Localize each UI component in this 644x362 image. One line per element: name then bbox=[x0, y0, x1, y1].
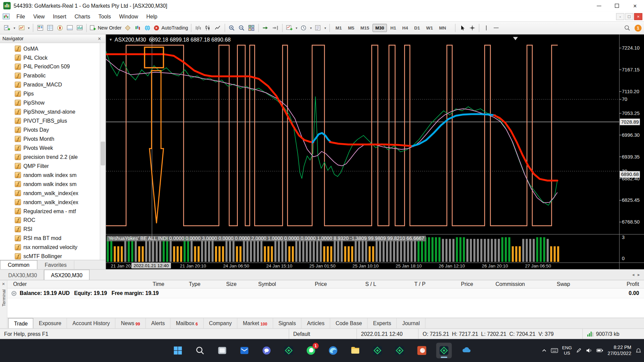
terminal-tab-signals[interactable]: Signals bbox=[273, 318, 302, 328]
terminal-column-symbol-4[interactable]: Symbol bbox=[240, 281, 279, 287]
navigator-button[interactable] bbox=[55, 23, 64, 33]
taskbar-metatrader-icon[interactable] bbox=[392, 343, 408, 358]
periods-dropdown-icon[interactable]: ▾ bbox=[309, 26, 313, 30]
candlestick-mode-button[interactable] bbox=[203, 23, 213, 33]
notification-bell-icon[interactable] bbox=[635, 348, 641, 354]
new-chart-button[interactable] bbox=[2, 23, 12, 33]
collapse-icon[interactable]: ▼ bbox=[109, 38, 112, 42]
chart-window-button[interactable] bbox=[133, 23, 142, 33]
taskbar-chat-icon[interactable] bbox=[259, 343, 274, 358]
indicator-item-random-walk-index-ex[interactable]: ƒrandom_walk_index(ex bbox=[0, 197, 99, 206]
terminal-tab-account-history[interactable]: Account History bbox=[67, 318, 116, 328]
taskbar-search-icon[interactable] bbox=[192, 343, 208, 358]
indicator-item-scmtf-bollinger[interactable]: ƒscMTF Bollinger bbox=[0, 252, 99, 260]
menu-item-charts[interactable]: Charts bbox=[70, 11, 94, 21]
timeframe-m30-button[interactable]: M30 bbox=[373, 24, 387, 32]
community-button[interactable] bbox=[143, 23, 152, 33]
terminal-tab-code-base[interactable]: Code Base bbox=[330, 318, 368, 328]
pen-icon[interactable] bbox=[576, 348, 582, 353]
menu-item-insert[interactable]: Insert bbox=[49, 11, 70, 21]
chart-window-menu-icon[interactable] bbox=[2, 13, 10, 20]
terminal-column-type-2[interactable]: Type bbox=[168, 281, 204, 287]
terminal-tab-trade[interactable]: Trade bbox=[8, 318, 33, 328]
tabs-scroll-right-icon[interactable]: ▸ bbox=[638, 272, 640, 278]
terminal-column-order-0[interactable]: Order bbox=[7, 281, 143, 287]
taskbar-whatsapp-icon[interactable]: 1 bbox=[303, 343, 319, 358]
battery-icon[interactable] bbox=[596, 348, 603, 353]
drawn-rectangle-object[interactable] bbox=[145, 47, 163, 68]
indicator-item-pivots-day[interactable]: ƒPivots Day bbox=[0, 125, 99, 134]
minimize-button[interactable] bbox=[590, 0, 608, 11]
terminal-column-size-3[interactable]: Size bbox=[204, 281, 240, 287]
indicator-item-pipshow-stand-alone[interactable]: ƒPipShow_stand-alone bbox=[0, 107, 99, 116]
timeframe-mn-button[interactable]: MN bbox=[436, 24, 449, 32]
taskbar-metatrader-icon-active[interactable] bbox=[436, 343, 452, 358]
market-watch-button[interactable] bbox=[35, 23, 45, 33]
restore-button[interactable] bbox=[608, 0, 626, 11]
child-restore-button[interactable]: □ bbox=[625, 13, 633, 20]
timeframe-w1-button[interactable]: W1 bbox=[423, 24, 436, 32]
taskbar-onedrive-icon[interactable] bbox=[459, 343, 474, 358]
navigator-tab-common[interactable]: Common bbox=[0, 260, 37, 269]
tray-chevron-icon[interactable] bbox=[542, 349, 547, 353]
cursor-tool-button[interactable] bbox=[458, 23, 467, 33]
indicator-item-pivots-week[interactable]: ƒPivots Week bbox=[0, 143, 99, 152]
profiles-dropdown-icon[interactable]: ▾ bbox=[27, 26, 31, 30]
indicator-item-p4l-clock[interactable]: ƒP4L Clock bbox=[0, 53, 99, 62]
indicator-item-qmp-filter[interactable]: ƒQMP Filter bbox=[0, 161, 99, 170]
chart-tab-asx200-m30[interactable]: ASX200,M30 bbox=[44, 269, 89, 280]
auto-scroll-button[interactable] bbox=[261, 23, 270, 33]
timeframe-d1-button[interactable]: D1 bbox=[411, 24, 423, 32]
indicator-item-rsi-ma-bt-mod[interactable]: ƒRSI ma BT mod bbox=[0, 234, 99, 243]
navigator-tab-favorites[interactable]: Favorites bbox=[37, 261, 74, 269]
navigator-scrollbar[interactable] bbox=[100, 43, 105, 260]
terminal-tab-company[interactable]: Company bbox=[204, 318, 237, 328]
templates-button[interactable] bbox=[313, 23, 323, 33]
indicators-dropdown-icon[interactable]: ▾ bbox=[294, 26, 299, 30]
crosshair-tool-button[interactable] bbox=[468, 23, 477, 33]
menu-item-view[interactable]: View bbox=[29, 11, 49, 21]
menu-item-tools[interactable]: Tools bbox=[94, 11, 115, 21]
tabs-scroll-left-icon[interactable]: ◂ bbox=[632, 272, 634, 278]
taskbar-metatrader-icon[interactable] bbox=[370, 343, 385, 358]
search-button[interactable] bbox=[622, 23, 632, 33]
taskbar-clock[interactable]: 8:22 PM 27/01/2022 bbox=[608, 344, 631, 357]
notification-badge[interactable]: 1 bbox=[635, 24, 642, 32]
terminal-panel-button[interactable] bbox=[65, 23, 74, 33]
taskbar-mail-icon[interactable] bbox=[236, 343, 252, 358]
terminal-close-button[interactable]: × bbox=[2, 281, 5, 287]
indicator-item-pipshow[interactable]: ƒPipShow bbox=[0, 98, 99, 107]
menu-item-window[interactable]: Window bbox=[115, 11, 142, 21]
volume-icon[interactable] bbox=[586, 348, 593, 353]
menu-item-help[interactable]: Help bbox=[142, 11, 161, 21]
bar-chart-mode-button[interactable] bbox=[194, 23, 203, 33]
terminal-tab-journal[interactable]: Journal bbox=[397, 318, 425, 328]
terminal-tab-news[interactable]: News99 bbox=[116, 318, 146, 328]
indicator-item-p4l-periodcon-509[interactable]: ƒP4L PeriodCon 509 bbox=[0, 62, 99, 71]
terminal-column-t-p-7[interactable]: T / P bbox=[379, 281, 429, 287]
horizontal-line-tool-button[interactable] bbox=[491, 23, 501, 33]
indicator-item-random-walk-index-ex[interactable]: ƒrandom_walk_index(ex bbox=[0, 188, 99, 197]
indicator-item-regularized-ema-mtf[interactable]: ƒRegularized ema - mtf bbox=[0, 206, 99, 216]
taskbar-start-icon[interactable] bbox=[170, 343, 186, 358]
close-button[interactable]: × bbox=[626, 0, 644, 11]
terminal-column-s-l-6[interactable]: S / L bbox=[330, 281, 379, 287]
indicator-item-pips[interactable]: ƒPips bbox=[0, 89, 99, 98]
terminal-column-price-8[interactable]: Price bbox=[429, 281, 476, 287]
terminal-column-price-5[interactable]: Price bbox=[279, 281, 330, 287]
status-profile[interactable]: Default bbox=[289, 329, 357, 339]
chart-tab-dax30-m30[interactable]: DAX30,M30 bbox=[2, 270, 44, 280]
indicator-item-pivot-fibs-plus[interactable]: ƒPIVOT_FIBS_plus bbox=[0, 116, 99, 125]
taskbar-powerpoint-icon[interactable] bbox=[414, 343, 430, 358]
indicator-item-random-walk-index-sm[interactable]: ƒrandom walk index sm bbox=[0, 170, 99, 179]
terminal-column-profit-11[interactable]: Profit bbox=[573, 281, 644, 287]
price-chart[interactable] bbox=[106, 35, 644, 269]
taskbar-edge-icon[interactable] bbox=[325, 343, 341, 358]
indicator-item-osma[interactable]: ƒOsMA bbox=[0, 44, 99, 53]
vertical-line-tool-button[interactable] bbox=[481, 23, 491, 33]
data-window-button[interactable] bbox=[45, 23, 55, 33]
language-indicator[interactable]: ENG US bbox=[562, 345, 572, 356]
chart-shift-button[interactable] bbox=[271, 23, 280, 33]
zoom-out-button[interactable] bbox=[237, 23, 246, 33]
templates-dropdown-icon[interactable]: ▾ bbox=[323, 26, 327, 30]
